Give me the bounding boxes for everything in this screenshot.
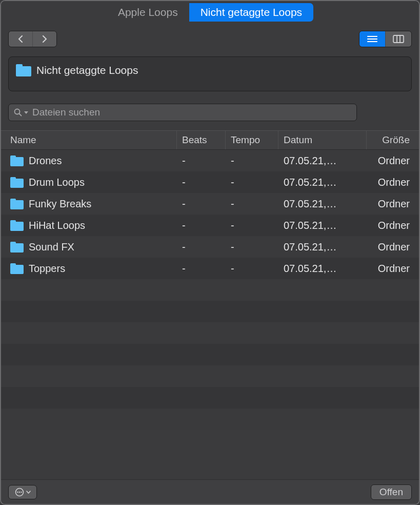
- folder-icon: [10, 177, 24, 188]
- column-header-beats[interactable]: Beats: [177, 131, 226, 149]
- view-mode-buttons: [359, 31, 412, 47]
- cell-beats: -: [177, 263, 226, 275]
- tab-untagged-loops[interactable]: Nicht getaggte Loops: [189, 3, 313, 22]
- column-header-size[interactable]: Größe: [367, 131, 419, 149]
- folder-icon: [10, 263, 24, 274]
- cell-date: 07.05.21,…: [278, 198, 367, 210]
- cell-date: 07.05.21,…: [278, 241, 367, 253]
- table-row: [1, 409, 419, 430]
- cell-date: 07.05.21,…: [278, 177, 367, 188]
- open-button[interactable]: Offen: [371, 484, 412, 500]
- folder-icon: [10, 220, 24, 231]
- table-row: [1, 344, 419, 365]
- svg-point-10: [18, 491, 19, 492]
- cell-beats: -: [177, 155, 226, 167]
- cell-tempo: -: [226, 241, 278, 253]
- cell-size: Ordner: [367, 263, 419, 275]
- cell-date: 07.05.21,…: [278, 220, 367, 231]
- svg-rect-3: [393, 35, 404, 43]
- file-name: Funky Breaks: [29, 198, 91, 210]
- cell-tempo: -: [226, 220, 278, 231]
- file-name: Sound FX: [29, 241, 74, 253]
- cell-size: Ordner: [367, 177, 419, 188]
- table-row[interactable]: Drum Loops--07.05.21,…Ordner: [1, 171, 419, 193]
- chevron-down-icon: [26, 491, 31, 494]
- cell-date: 07.05.21,…: [278, 155, 367, 167]
- cell-size: Ordner: [367, 198, 419, 210]
- svg-line-7: [19, 114, 22, 116]
- table-row[interactable]: Funky Breaks--07.05.21,…Ordner: [1, 193, 419, 215]
- file-name: Toppers: [29, 263, 65, 275]
- file-name: HiHat Loops: [29, 220, 85, 231]
- table-row[interactable]: HiHat Loops--07.05.21,…Ordner: [1, 215, 419, 236]
- search-icon: [14, 108, 22, 116]
- svg-point-9: [17, 491, 18, 492]
- cell-tempo: -: [226, 177, 278, 188]
- current-folder-name: Nicht getaggte Loops: [36, 64, 138, 76]
- cell-size: Ordner: [367, 155, 419, 167]
- chevron-left-icon: [17, 35, 24, 43]
- column-header-date[interactable]: Datum: [278, 131, 367, 149]
- chevron-down-icon: [24, 111, 28, 114]
- list-view-button[interactable]: [359, 31, 385, 47]
- columns-icon: [393, 35, 404, 43]
- search-field: [8, 104, 357, 121]
- folder-icon: [10, 156, 24, 166]
- cell-beats: -: [177, 241, 226, 253]
- file-table: Name Beats Tempo Datum Größe Drones--07.…: [1, 130, 419, 435]
- file-name: Drones: [29, 155, 62, 167]
- tab-apple-loops[interactable]: Apple Loops: [107, 3, 189, 22]
- cell-size: Ordner: [367, 220, 419, 231]
- action-menu-button[interactable]: [8, 485, 37, 499]
- table-row: [1, 322, 419, 344]
- table-row[interactable]: Toppers--07.05.21,…Ordner: [1, 258, 419, 279]
- cell-tempo: -: [226, 155, 278, 167]
- cell-date: 07.05.21,…: [278, 263, 367, 275]
- table-row: [1, 279, 419, 301]
- nav-history-buttons: [8, 31, 57, 47]
- chevron-right-icon: [42, 35, 48, 43]
- cell-tempo: -: [226, 198, 278, 210]
- cell-size: Ordner: [367, 241, 419, 253]
- list-icon: [367, 35, 378, 43]
- table-header: Name Beats Tempo Datum Größe: [1, 130, 419, 150]
- table-row: [1, 387, 419, 409]
- table-row[interactable]: Drones--07.05.21,…Ordner: [1, 150, 419, 171]
- table-row: [1, 365, 419, 387]
- table-row[interactable]: Sound FX--07.05.21,…Ordner: [1, 236, 419, 258]
- column-header-name[interactable]: Name: [1, 131, 177, 149]
- svg-point-11: [21, 491, 22, 492]
- table-row: [1, 301, 419, 322]
- column-view-button[interactable]: [386, 31, 411, 47]
- back-button[interactable]: [9, 31, 32, 47]
- ellipsis-circle-icon: [15, 488, 24, 497]
- loop-type-tabs: Apple Loops Nicht getaggte Loops: [107, 3, 313, 22]
- cell-tempo: -: [226, 263, 278, 275]
- folder-icon: [16, 64, 31, 76]
- path-bar[interactable]: Nicht getaggte Loops: [8, 56, 412, 91]
- column-header-tempo[interactable]: Tempo: [226, 131, 278, 149]
- search-input[interactable]: [31, 106, 351, 119]
- cell-beats: -: [177, 177, 226, 188]
- forward-button[interactable]: [33, 31, 56, 47]
- cell-beats: -: [177, 198, 226, 210]
- file-name: Drum Loops: [29, 177, 85, 188]
- cell-beats: -: [177, 220, 226, 231]
- folder-icon: [10, 242, 24, 252]
- folder-icon: [10, 199, 24, 209]
